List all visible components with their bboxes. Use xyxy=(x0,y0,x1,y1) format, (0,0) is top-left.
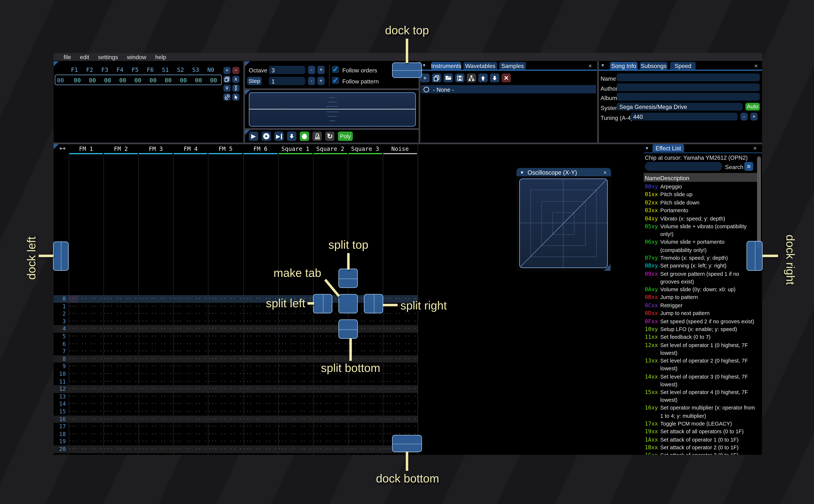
order-cell[interactable]: 00 xyxy=(160,77,176,83)
pattern-cell[interactable]: ··· ·· ·· ·· ·· xyxy=(103,408,138,415)
pattern-cell[interactable]: ··· ·· ·· ·· ·· xyxy=(243,385,278,393)
pattern-cell[interactable]: ··· ·· ·· ·· ·· xyxy=(103,348,138,355)
step-button[interactable]: Step xyxy=(247,77,261,85)
effect-row[interactable]: 00xy Arpeggio xyxy=(644,183,758,191)
pattern-cell[interactable]: ··· ·· ·· ·· ·· xyxy=(138,295,173,303)
pattern-cell[interactable]: ··· ·· ·· ·· ·· xyxy=(278,393,313,400)
order-cell[interactable]: 00 xyxy=(206,77,221,83)
pattern-cell[interactable]: ··· ·· ·· ·· ·· xyxy=(383,363,418,370)
pattern-row[interactable]: 11··· ·· ·· ·· ····· ·· ·· ·· ····· ·· ·… xyxy=(54,378,418,385)
pattern-cell[interactable]: ··· ·· ·· ·· ·· xyxy=(69,378,103,385)
album-field[interactable] xyxy=(617,93,760,101)
dock-target-top[interactable] xyxy=(392,62,422,78)
close-icon[interactable]: × xyxy=(754,63,758,69)
tab-instruments[interactable]: Instruments xyxy=(431,62,461,70)
pattern-cell[interactable]: ··· ·· ·· ·· ·· xyxy=(313,393,348,400)
pattern-row[interactable]: 16··· ·· ·· ·· ····· ·· ·· ·· ····· ·· ·… xyxy=(54,415,418,423)
pattern-cell[interactable]: ··· ·· ·· ·· ·· xyxy=(138,408,173,415)
pattern-cell[interactable]: ··· ·· ·· ·· ·· xyxy=(208,445,243,453)
pattern-cell[interactable]: ··· ·· ·· ·· ·· xyxy=(278,333,313,340)
pattern-cell[interactable]: ··· ·· ·· ·· ·· xyxy=(173,333,208,340)
pattern-cell[interactable]: ··· ·· ·· ·· ·· xyxy=(138,340,173,348)
pattern-cell[interactable]: ··· ·· ·· ·· ·· xyxy=(103,415,138,423)
effect-row[interactable]: 08xy Set panning (x: left; y: right) xyxy=(644,262,758,270)
step-plus-button[interactable]: + xyxy=(317,77,324,85)
pattern-row[interactable]: 4··· ·· ·· ·· ····· ·· ·· ·· ····· ·· ··… xyxy=(54,325,418,333)
make-tab-target[interactable] xyxy=(338,294,358,313)
pattern-cell[interactable]: ··· ·· ·· ·· ·· xyxy=(69,415,103,423)
pattern-cell[interactable]: ··· ·· ·· ·· ·· xyxy=(383,385,418,393)
effect-row[interactable]: 02xx Pitch slide down xyxy=(644,199,758,207)
pattern-cell[interactable]: ··· ·· ·· ·· ·· xyxy=(173,423,208,431)
menu-item[interactable]: window xyxy=(123,54,151,60)
pattern-cell[interactable]: ··· ·· ·· ·· ·· xyxy=(278,370,313,378)
pattern-cell[interactable]: ··· ·· ·· ·· ·· xyxy=(383,400,418,408)
pattern-cell[interactable]: ··· ·· ·· ·· ·· xyxy=(278,310,313,318)
pattern-row[interactable]: 21··· ·· ·· ·· ····· ·· ·· ·· ····· ·· ·… xyxy=(54,453,418,455)
pattern-cell[interactable]: ··· ·· ·· ·· ·· xyxy=(208,423,243,431)
pattern-cell[interactable]: ··· ·· ·· ·· ·· xyxy=(69,400,103,408)
pattern-cell[interactable]: ··· ·· ·· ·· ·· xyxy=(173,318,208,325)
tab-wavetables[interactable]: Wavetables xyxy=(464,62,497,70)
effect-row[interactable]: 06xy Volume slide + portamento (compatib… xyxy=(644,238,758,254)
effect-row[interactable]: 11xx Set feedback (0 to 7) xyxy=(644,333,758,341)
pattern-cell[interactable]: ··· ·· ·· ·· ·· xyxy=(243,333,278,340)
pattern-cell[interactable]: ··· ·· ·· ·· ·· xyxy=(69,348,103,355)
pattern-cell[interactable]: ··· ·· ·· ·· ·· xyxy=(243,348,278,355)
order-cell[interactable]: 00 xyxy=(176,77,191,83)
scrollbar[interactable] xyxy=(757,156,761,249)
pattern-cell[interactable]: ··· ·· ·· ·· ·· xyxy=(138,400,173,408)
effect-row[interactable]: 04xy Vibrato (x: speed; y: depth) xyxy=(644,215,758,223)
effect-row[interactable]: 0Axy Volume slide (0y: down; x0: up) xyxy=(644,286,758,294)
pattern-cell[interactable]: ··· ·· ·· ·· ·· xyxy=(103,333,138,340)
pattern-cell[interactable]: ··· ·· ·· ·· ·· xyxy=(208,363,243,370)
effect-row[interactable]: 03xx Portamento xyxy=(644,207,758,215)
pattern-cell[interactable]: ··· ·· ·· ·· ·· xyxy=(243,423,278,431)
pattern-cell[interactable]: ··· ·· ·· ·· ·· xyxy=(208,430,243,438)
pattern-cell[interactable]: ··· ·· ·· ·· ·· xyxy=(278,363,313,370)
close-icon[interactable]: × xyxy=(753,145,757,151)
pattern-cell[interactable]: ··· ·· ·· ·· ·· xyxy=(243,430,278,438)
dock-target-left[interactable] xyxy=(53,242,69,271)
pattern-cell[interactable]: ··· ·· ·· ·· ·· xyxy=(243,363,278,370)
pattern-cell[interactable]: ··· ·· ·· ·· ·· xyxy=(208,400,243,408)
pattern-cell[interactable]: ··· ·· ·· ·· ·· xyxy=(348,423,382,431)
pattern-cell[interactable]: ··· ·· ·· ·· ·· xyxy=(348,408,382,415)
pattern-cell[interactable]: ··· ·· ·· ·· ·· xyxy=(243,445,278,453)
effect-row[interactable]: 09xx Set groove pattern (speed 1 if no g… xyxy=(644,270,758,286)
pattern-cell[interactable]: ··· ·· ·· ·· ·· xyxy=(313,430,348,438)
follow-orders-checkbox[interactable]: ✓ xyxy=(332,66,339,73)
pattern-cell[interactable]: ··· ·· ·· ·· ·· xyxy=(103,423,138,431)
pattern-cell[interactable]: ··· ·· ·· ·· ·· xyxy=(173,295,208,303)
pattern-cell[interactable]: ··· ·· ·· ·· ·· xyxy=(138,333,173,340)
effect-row[interactable]: 0Bxx Jump to pattern xyxy=(644,294,758,302)
pattern-row[interactable]: 17··· ·· ·· ·· ····· ·· ·· ·· ····· ·· ·… xyxy=(54,423,418,431)
order-cell[interactable]: 00 xyxy=(115,77,130,83)
pattern-cell[interactable]: ··· ·· ·· ·· ·· xyxy=(208,348,243,355)
pattern-cell[interactable]: ··· ·· ·· ·· ·· xyxy=(278,378,313,385)
pattern-cell[interactable]: ··· ·· ·· ·· ·· xyxy=(313,415,348,423)
pattern-cell[interactable]: ··· ·· ·· ·· ·· xyxy=(278,408,313,415)
panel-separator[interactable] xyxy=(597,61,599,143)
effect-row[interactable]: 19xx Set attack of all operators (0 to 1… xyxy=(644,428,758,436)
effect-row[interactable]: 05xy Volume slide + vibrato (compatibili… xyxy=(644,223,758,238)
order-cell[interactable]: 00 xyxy=(100,77,115,83)
tuning-field[interactable]: 440 xyxy=(630,113,738,120)
pattern-cell[interactable]: ··· ·· ·· ·· ·· xyxy=(208,355,243,363)
effect-row[interactable]: 16xy Set operator multiplier (x: operato… xyxy=(644,404,758,420)
channel-header[interactable]: Square 3 xyxy=(348,144,382,154)
menu-item[interactable]: settings xyxy=(94,54,123,60)
system-field[interactable]: Sega Genesis/Mega Drive xyxy=(617,103,743,111)
pattern-cell[interactable]: ··· ·· ·· ·· ·· xyxy=(348,430,382,438)
order-add-button[interactable]: + xyxy=(223,67,231,74)
pattern-cell[interactable]: ··· ·· ·· ·· ·· xyxy=(243,415,278,423)
order-move-down-far-button[interactable]: ∨ ∨ xyxy=(232,85,239,92)
pattern-cell[interactable]: ··· ·· ·· ·· ·· xyxy=(208,325,243,333)
close-icon[interactable]: × xyxy=(588,63,592,69)
dock-target-bottom[interactable] xyxy=(392,435,422,452)
pattern-grid[interactable]: 0··· ·· ·· ·· ····· ·· ·· ·· ····· ·· ··… xyxy=(54,154,418,455)
effect-row[interactable]: 1Cxx Set attack of operator 3 (0 to 1F) xyxy=(644,452,758,455)
channel-header[interactable]: FM 2 xyxy=(103,144,138,154)
effect-row[interactable]: 07xy Tremolo (x: speed; y: depth) xyxy=(644,254,758,262)
instrument-open-button[interactable] xyxy=(444,74,453,82)
